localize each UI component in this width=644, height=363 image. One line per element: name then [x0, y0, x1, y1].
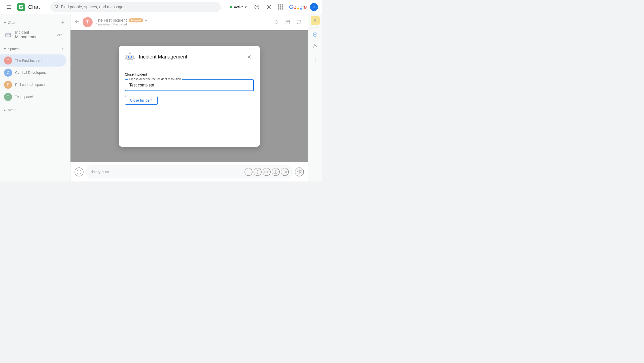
sidebar-item-cymbal-developers[interactable]: C Cymbal Developers — [0, 67, 66, 79]
chat-area: T The First Incident External ▾ 4 member… — [70, 14, 308, 182]
add-chat-button[interactable]: + — [59, 19, 66, 26]
space-avatar-t1: T — [4, 56, 12, 65]
form-field-label: Please describe the incident resolution — [128, 77, 182, 81]
chat-title-text: The First Incident — [96, 18, 127, 23]
main-layout: ▾ Chat + Incident Management — [0, 14, 322, 182]
app-title: Chat — [28, 4, 40, 10]
svg-point-25 — [256, 170, 259, 173]
status-dot — [230, 6, 232, 8]
meet-section-header[interactable]: ▸ Meet — [0, 106, 70, 114]
chat-subtitle: 4 members · Restricted — [96, 23, 269, 26]
layout-button[interactable] — [283, 17, 293, 27]
svg-point-4 — [268, 6, 269, 8]
add-widget-button[interactable] — [310, 55, 320, 65]
modal-robot-icon — [125, 52, 135, 62]
format-text-button[interactable] — [244, 168, 253, 176]
add-space-button[interactable]: + — [59, 45, 66, 52]
form-field: Please describe the incident resolution — [125, 79, 254, 91]
meet-section: ▸ Meet — [0, 104, 70, 116]
sidebar-divider-2 — [311, 53, 319, 53]
message-input-area: History is on GIF — [70, 162, 308, 182]
sidebar-item-label: Cymbal Developers — [15, 71, 46, 75]
svg-point-3 — [257, 8, 257, 8]
robot-icon — [4, 31, 12, 39]
svg-line-12 — [5, 35, 6, 36]
svg-point-29 — [314, 44, 316, 46]
svg-rect-27 — [313, 19, 317, 23]
space-avatar-t2: T — [4, 93, 12, 101]
svg-line-13 — [11, 35, 11, 36]
sidebar-item-incident-management[interactable]: Incident Management App — [0, 28, 66, 41]
user-avatar[interactable]: U — [310, 3, 318, 11]
search-bar[interactable] — [50, 2, 221, 12]
svg-rect-5 — [6, 33, 11, 37]
svg-rect-9 — [7, 36, 9, 36]
modal-section-title: Close Incident — [125, 72, 254, 76]
svg-rect-6 — [6, 33, 11, 37]
svg-point-24 — [77, 170, 81, 174]
search-chat-button[interactable] — [272, 17, 282, 27]
gif-button[interactable]: GIF — [263, 168, 271, 176]
incident-management-modal: Incident Management Close Incident Pleas… — [119, 46, 260, 147]
status-label: Active — [234, 5, 243, 9]
app-badge: App — [57, 33, 62, 36]
upload-button[interactable] — [272, 168, 280, 176]
emoji-button[interactable] — [254, 168, 262, 176]
chat-header-info: The First Incident External ▾ 4 members … — [96, 18, 269, 26]
sidebar-item-first-incident[interactable]: T The First Incident — [0, 54, 66, 67]
chat-logo — [17, 3, 25, 11]
chevron-down-icon: ▾ — [4, 21, 6, 25]
tasks-icon[interactable] — [310, 29, 320, 40]
meet-title: ▸ Meet — [4, 108, 16, 112]
hamburger-button[interactable]: ☰ — [4, 2, 14, 12]
modal-overlay[interactable]: Incident Management Close Incident Pleas… — [70, 30, 308, 162]
chat-section-header[interactable]: ▾ Chat + — [0, 17, 70, 28]
chevron-down-icon: ▾ — [245, 5, 247, 9]
apps-grid-icon — [278, 4, 283, 10]
video-button[interactable] — [281, 168, 289, 176]
sidebar-item-label: The First Incident — [15, 58, 42, 63]
top-bar: ☰ Chat Active ▾ — [0, 0, 322, 14]
settings-button[interactable] — [264, 2, 274, 12]
input-action-icons: GIF — [244, 168, 289, 176]
svg-point-11 — [8, 32, 9, 33]
search-input[interactable] — [61, 5, 217, 9]
resolution-input[interactable] — [129, 83, 249, 87]
message-input-box[interactable]: History is on GIF — [86, 165, 293, 178]
chevron-right-icon: ▸ — [4, 108, 6, 112]
external-badge: External — [129, 18, 143, 22]
close-incident-button[interactable]: Close Incident — [125, 96, 158, 105]
sidebar: ▾ Chat + Incident Management — [0, 14, 70, 182]
sidebar-divider — [311, 27, 319, 27]
space-avatar-p: P — [4, 81, 12, 89]
modal-close-button[interactable] — [245, 52, 254, 62]
chat-section-title: ▾ Chat — [4, 21, 15, 25]
spaces-section-header[interactable]: ▾ Spaces + — [0, 43, 70, 54]
svg-rect-17 — [128, 56, 129, 58]
top-bar-left: ☰ Chat — [4, 2, 44, 12]
sidebar-item-poll-codelab[interactable]: P Poll codelab space — [0, 79, 66, 91]
sidebar-item-test-space[interactable]: T Test space! — [0, 91, 66, 103]
chat-avatar: T — [83, 17, 93, 27]
svg-rect-7 — [7, 34, 8, 35]
status-button[interactable]: Active ▾ — [227, 4, 250, 11]
spaces-section: ▾ Spaces + T The First Incident C Cymbal… — [0, 42, 70, 104]
chevron-down-icon: ▾ — [4, 47, 6, 51]
chat-section: ▾ Chat + Incident Management — [0, 16, 70, 42]
svg-rect-26 — [283, 171, 285, 173]
send-button[interactable] — [295, 167, 304, 176]
back-button[interactable] — [75, 19, 80, 25]
apps-button[interactable] — [276, 2, 286, 12]
person-icon[interactable] — [310, 41, 320, 51]
svg-rect-15 — [286, 20, 290, 24]
spaces-section-title: ▾ Spaces — [4, 47, 20, 51]
docs-icon[interactable] — [311, 16, 320, 25]
modal-header: Incident Management — [125, 52, 254, 66]
chevron-down-icon[interactable]: ▾ — [145, 18, 147, 23]
svg-rect-18 — [131, 56, 132, 58]
help-button[interactable] — [252, 2, 262, 12]
add-message-button[interactable] — [75, 167, 84, 176]
chat-bubble-button[interactable] — [294, 17, 304, 27]
space-avatar-c: C — [4, 69, 12, 77]
search-icon — [54, 4, 59, 10]
